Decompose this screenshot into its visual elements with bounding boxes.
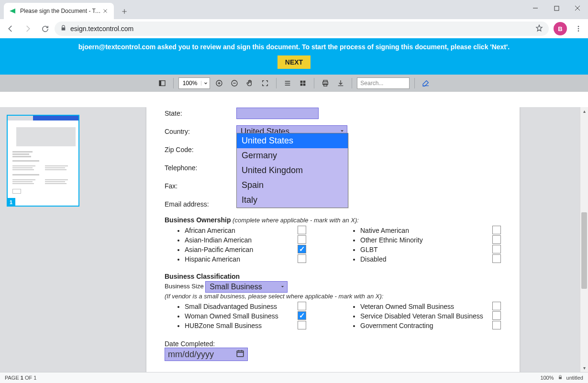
date-input[interactable]: mm/dd/yyyy xyxy=(165,348,248,361)
business-size-label: Business Size xyxy=(165,283,204,290)
tab-title: Please sign the Document - Text xyxy=(20,8,101,14)
country-option[interactable]: Germany xyxy=(237,148,348,163)
label-fax: Fax: xyxy=(165,182,236,190)
thumbnail-panel: 1 xyxy=(0,107,100,372)
back-button[interactable] xyxy=(3,21,18,36)
date-completed-label: Date Completed: xyxy=(165,340,501,348)
sign-pen-icon[interactable] xyxy=(420,77,432,89)
classification-heading: Business Classification xyxy=(165,273,501,280)
classification-checkbox[interactable] xyxy=(298,302,306,310)
classification-checkbox[interactable] xyxy=(492,311,501,320)
state-input[interactable] xyxy=(236,108,319,119)
country-option[interactable]: United Kingdom xyxy=(237,163,348,178)
svg-rect-15 xyxy=(237,350,244,356)
scroll-up-icon[interactable]: ▴ xyxy=(580,107,588,115)
label-email: Email address: xyxy=(165,200,236,208)
label-state: State: xyxy=(165,109,236,117)
zoom-out-icon[interactable] xyxy=(228,77,241,89)
browser-menu-button[interactable] xyxy=(572,22,585,35)
zoom-value: 100% xyxy=(179,80,201,87)
browser-tab[interactable]: Please sign the Document - Text xyxy=(4,3,114,19)
svg-rect-11 xyxy=(303,84,306,86)
zoom-in-icon[interactable] xyxy=(213,77,225,89)
ownership-checkbox[interactable] xyxy=(492,226,501,234)
country-option[interactable]: Spain xyxy=(237,178,348,193)
country-dropdown: United States Germany United Kingdom Spa… xyxy=(236,133,348,208)
label-telephone: Telephone: xyxy=(165,164,236,172)
classification-item: Service Disabled Veteran Small Business xyxy=(360,311,501,321)
ownership-checkbox[interactable] xyxy=(298,245,306,253)
page-thumbnail[interactable]: 1 xyxy=(7,115,79,207)
status-bar: PAGE 1 OF 1 100% untitled xyxy=(0,372,588,383)
classification-note: (If vendor is a small business, please s… xyxy=(165,293,501,300)
country-option[interactable]: Italy xyxy=(237,193,348,208)
country-option[interactable]: United States xyxy=(237,133,348,148)
grid-view-icon[interactable] xyxy=(297,77,309,89)
fullscreen-icon[interactable] xyxy=(259,77,271,89)
classification-checkbox[interactable] xyxy=(492,321,501,329)
window-controls xyxy=(525,0,588,16)
omnibox-actions xyxy=(535,24,543,33)
ownership-heading: Business Ownership xyxy=(165,216,231,224)
page-status: PAGE 1 OF 1 xyxy=(5,375,36,381)
ownership-checkbox[interactable] xyxy=(298,235,306,244)
zoom-select[interactable]: 100% xyxy=(178,77,211,89)
omnibox[interactable]: esign.textcontrol.com xyxy=(55,22,549,36)
signing-banner: bjoern@textcontrol.com asked you to revi… xyxy=(0,38,588,75)
ownership-checkbox[interactable] xyxy=(492,245,501,253)
svg-point-3 xyxy=(578,30,579,32)
minimize-button[interactable] xyxy=(525,1,546,15)
download-icon[interactable] xyxy=(334,77,347,89)
print-icon[interactable] xyxy=(319,77,332,89)
svg-rect-5 xyxy=(159,81,161,86)
ownership-note: (complete where applicable - mark with a… xyxy=(233,217,359,224)
browser-chrome: Please sign the Document - Text esign.te… xyxy=(0,0,588,38)
profile-avatar[interactable]: B xyxy=(554,22,567,35)
classification-checkbox[interactable] xyxy=(492,302,501,310)
ownership-checkbox[interactable] xyxy=(492,254,501,263)
svg-rect-0 xyxy=(555,6,559,11)
thumb-page-number: 1 xyxy=(7,198,15,207)
ownership-checkbox[interactable] xyxy=(298,254,306,263)
close-window-button[interactable] xyxy=(567,1,588,15)
bookmark-icon[interactable] xyxy=(535,24,543,33)
single-page-icon[interactable] xyxy=(281,77,294,89)
chevron-down-icon xyxy=(201,81,210,86)
content-area: 1 State: Country: United States Zip Code… xyxy=(0,107,588,372)
address-bar: esign.textcontrol.com B xyxy=(0,19,588,38)
scroll-thumb[interactable] xyxy=(581,212,587,289)
pan-tool-icon[interactable] xyxy=(244,77,256,89)
new-tab-button[interactable] xyxy=(118,5,131,18)
status-zoom: 100% xyxy=(540,375,554,381)
classification-item: Veteran Owned Small Business xyxy=(360,302,501,311)
svg-rect-8 xyxy=(300,81,303,83)
label-zip: Zip Code: xyxy=(165,146,236,153)
business-size-select[interactable]: Small Business xyxy=(205,281,288,293)
forward-button[interactable] xyxy=(20,21,35,36)
svg-rect-9 xyxy=(303,81,306,83)
calendar-icon xyxy=(236,349,244,360)
lock-icon xyxy=(558,375,563,381)
search-input[interactable]: Search... xyxy=(357,77,410,89)
scroll-down-icon[interactable]: ▾ xyxy=(580,364,588,372)
close-tab-icon[interactable] xyxy=(101,7,109,15)
url-text: esign.textcontrol.com xyxy=(70,25,133,33)
tab-bar: Please sign the Document - Text xyxy=(0,0,588,19)
label-country: Country: xyxy=(165,128,236,135)
svg-point-1 xyxy=(578,26,579,27)
maximize-button[interactable] xyxy=(546,1,567,15)
classification-checkbox[interactable] xyxy=(298,311,306,320)
ownership-checkbox[interactable] xyxy=(298,226,306,234)
reload-button[interactable] xyxy=(37,21,53,36)
ownership-item: Disabled xyxy=(360,254,501,264)
classification-checkbox[interactable] xyxy=(298,321,306,329)
next-button[interactable]: NEXT xyxy=(277,55,311,69)
document-viewport[interactable]: State: Country: United States Zip Code: … xyxy=(100,107,588,372)
classification-item: Government Contracting xyxy=(360,321,501,330)
chevron-down-icon xyxy=(280,283,285,291)
vertical-scrollbar[interactable]: ▴ ▾ xyxy=(580,107,588,372)
document-page: State: Country: United States Zip Code: … xyxy=(146,107,520,372)
ownership-checkbox[interactable] xyxy=(492,235,501,244)
sidebar-toggle-icon[interactable] xyxy=(156,77,168,89)
lock-icon xyxy=(60,25,67,33)
